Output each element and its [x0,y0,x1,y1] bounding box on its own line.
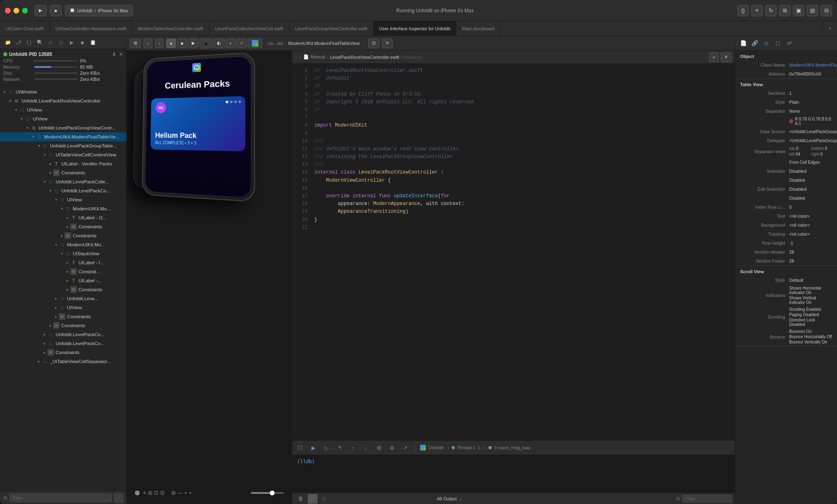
nav-folder-icon[interactable]: 📁 [3,38,12,47]
tab-ui-inspector[interactable]: User Interface Inspector for Unfoldit [374,21,457,36]
code-review-btn[interactable]: {} [737,5,749,16]
expand-icon[interactable]: ▾ [25,125,30,131]
distribute-btn[interactable]: ⊞ [148,490,152,496]
debug-stepout-btn[interactable]: ↰ [335,443,345,453]
expand-icon[interactable]: ▾ [36,143,42,149]
tree-item-modernmo2[interactable]: ▾ □ ModernUIKit.Mo... [0,240,126,249]
close-button[interactable] [5,8,11,13]
filter-input[interactable]: Filter [10,494,112,502]
expand-icon[interactable]: ▾ [30,134,36,140]
tree-item-cellcontent[interactable]: ▾ □ UITableViewCellContentView [0,150,126,159]
expand-icon-collapsed[interactable]: ▸ [65,287,70,292]
insp-connections-icon[interactable]: ⇄ [785,39,793,47]
add-editor-btn[interactable]: + [709,52,719,62]
constrain-btn[interactable]: ⊟ [160,490,165,496]
expand-icon[interactable]: ▾ [19,116,25,122]
dark-btn[interactable]: ◐ [213,38,225,48]
tree-item-constraints4[interactable]: ▸ ⊞ Constraints [0,285,126,294]
tree-item-verditer[interactable]: ▸ T UILabel - Verditer Packs [0,159,126,168]
square-btn[interactable]: ■ [177,38,187,48]
expand-icon[interactable]: ▾ [53,242,59,248]
expand-icon-collapsed[interactable]: ▸ [36,359,42,364]
app-icon-btn[interactable] [248,38,262,48]
close-canvas-btn[interactable]: ✕ [382,38,393,48]
minimize-button[interactable] [13,8,19,13]
nav-warning-icon[interactable]: ⚠ [46,38,55,47]
expand-icon[interactable]: ▾ [59,206,65,212]
pause-btn[interactable]: ⏸ [112,51,116,57]
expand-icon-collapsed[interactable]: ▸ [65,260,70,265]
tab-uicolor[interactable]: UIColor+Core.swift [0,21,50,36]
expand-icon-collapsed[interactable]: ▸ [59,233,65,239]
inspector-toggle[interactable]: ▤ [807,5,818,16]
debug-resume-btn[interactable]: ▶ [309,443,318,453]
code-area[interactable]: 1 // LevelPackRootViewController.swift 2… [292,64,735,440]
expand-icon-collapsed[interactable]: ▸ [65,224,70,230]
tree-item-uistackview[interactable]: ▾ □ UIStackView [0,249,126,258]
zoom-thumb[interactable] [270,491,275,495]
tree-item-uilabel-l1[interactable]: ▸ T UILabel - l... [0,258,126,267]
tree-item-levelpackcolle[interactable]: ▾ □ Unfoldit.LevelPackColle... [0,177,126,186]
tree-item-constraints2[interactable]: ▸ ⊞ Constraints [0,222,126,231]
nav-test-icon[interactable]: ◇ [56,38,65,47]
tree-item-modernmo[interactable]: ▾ □ ModernUIKit.Mo... [0,204,126,213]
expand-icon[interactable]: ▾ [47,188,53,194]
list-btn[interactable]: ≡ [751,5,763,16]
circle-btn[interactable]: ● [166,38,176,48]
nav-vcs-icon[interactable]: ⎇ [14,38,23,47]
stop-nav-btn[interactable]: ✕ [119,51,123,57]
tree-item-constraints7[interactable]: ▸ ⊞ Constraints [0,348,126,357]
expand-icon[interactable]: ▾ [42,152,47,158]
tab-main-storyboard[interactable]: Main.storyboard [457,21,501,36]
tree-item-unfoldit-levelpack[interactable]: ▾ □ Unfoldit.LevelPackCo... [0,186,126,195]
check-btn[interactable]: ✓ [236,38,247,48]
insp-link-icon[interactable]: 🔗 [751,39,759,47]
separator-color-dot[interactable] [789,119,793,123]
run-button[interactable]: ▶ [34,5,47,16]
forward-code-btn[interactable]: › [300,55,301,60]
tree-item-uilabel-o[interactable]: ▸ T UILabel - O... [0,213,126,222]
layout-split-btn[interactable]: ⊡ [368,38,379,48]
expand-icon[interactable]: ▾ [59,251,65,256]
debug-arrow-btn[interactable]: ↗ [400,443,410,453]
tree-item-levelpackco2[interactable]: ▸ □ Unfoldit.LevelPackCo... [0,330,126,339]
console-layout1-btn[interactable]: □ [308,494,318,504]
expand-icon-collapsed[interactable]: ▸ [53,296,59,301]
tree-item-levelpacktable[interactable]: ▾ □ Unfoldit.LevelPackGroupTable... [0,141,126,150]
tree-item-uiview1[interactable]: ▾ □ UIView [0,105,126,114]
tab-levelpack-cell[interactable]: LevelPackCollectionViewCell.swift [209,21,289,36]
expand-icon[interactable]: ▾ [7,98,13,104]
expand-icon[interactable]: ▾ [53,197,59,203]
insp-attr-icon[interactable]: ⊙ [762,39,770,47]
tree-item-unfoldit-leve[interactable]: ▸ □ Unfoldit.Leve... [0,294,126,303]
expand-icon-collapsed[interactable]: ▸ [53,314,59,319]
plus-arrange-btn[interactable]: + [189,490,192,496]
slider-knob[interactable] [135,491,140,495]
equals-btn[interactable]: = [184,490,188,496]
expand-icon-collapsed[interactable]: ▸ [47,161,53,167]
expand-icon[interactable]: ▾ [2,89,7,95]
debug-link-btn[interactable]: ⊛ [387,443,397,453]
navigator-settings-btn[interactable]: ⋮ [114,493,123,502]
align-btn[interactable]: ≡ [143,490,146,496]
insp-size-icon[interactable]: ◻ [774,39,782,47]
phone-btn[interactable]: 📱 [199,38,213,48]
debug-layout-btn[interactable]: ⊞ [374,443,384,453]
tree-item-modernfluid[interactable]: ▾ □ ModernUIKit.ModernFluidTableVie... [0,132,126,141]
tree-item-uilabel-l2[interactable]: ▸ T UILabel -... [0,276,126,285]
nav-breakpoint-icon[interactable]: ◆ [78,38,87,47]
minus-btn[interactable]: — [177,490,183,496]
tree-item-constraints5[interactable]: ▸ ⊞ Constraints [0,312,126,321]
tree-item-constraints6[interactable]: ▸ ⊞ Constraints [0,321,126,330]
navigator-toggle[interactable]: ▣ [793,5,804,16]
grid-view-btn[interactable]: ⊞ [130,38,141,48]
console-trash-btn[interactable]: 🗑 [295,494,305,504]
tree-item-separator[interactable]: ▸ — _UITableViewCellSeparator... [0,357,126,366]
fullscreen-button[interactable] [22,8,28,13]
back-code-btn[interactable]: ‹ [295,55,297,60]
scheme-selector[interactable]: 🔲 Unfoldit › iPhone Xs Max [65,5,133,16]
layout-btn1[interactable]: ⊞ [779,5,790,16]
tree-item-uiview2[interactable]: ▾ □ UIView [0,114,126,123]
zoom-slider[interactable] [251,492,284,494]
tab-modern-table[interactable]: ModernTableViewController.swift [132,21,209,36]
